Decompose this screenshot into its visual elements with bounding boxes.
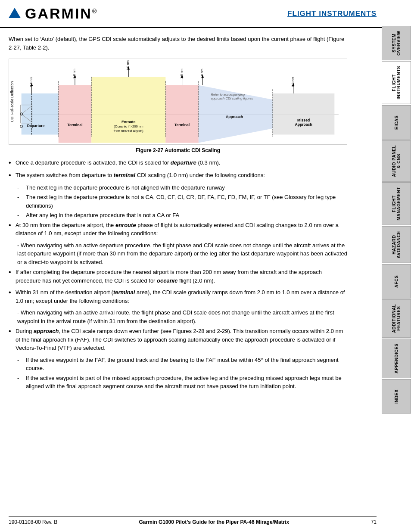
bullet-item-1: • Once a departure procedure is activate… — [9, 159, 347, 168]
svg-text:0.3 nm: 0.3 nm — [291, 77, 295, 87]
svg-text:from nearest airport): from nearest airport) — [114, 129, 144, 133]
bullet-item-4: • If after completing the departure proc… — [9, 268, 347, 285]
svg-text:CDI Full-scale Deflection: CDI Full-scale Deflection — [10, 81, 14, 122]
svg-text:Terminal: Terminal — [174, 123, 190, 127]
footer-center: Garmin G1000 Pilot’s Guide for the Piper… — [139, 519, 290, 525]
sidebar-item-eicas[interactable]: EICAS — [382, 105, 411, 140]
svg-text:Enroute: Enroute — [121, 120, 136, 124]
sub-text: After any leg in the departure procedure… — [26, 211, 179, 220]
cdi-diagram-svg: CDI Full-scale Deflection — [9, 59, 347, 144]
svg-text:(Oceanic if >200 nm: (Oceanic if >200 nm — [114, 124, 143, 128]
sub-dash: - — [17, 193, 26, 210]
sub-item-2-2: - The next leg in the departure procedur… — [17, 193, 347, 210]
main-content: When set to ‘Auto’ (default), the GPS CD… — [0, 28, 382, 399]
intro-paragraph: When set to ‘Auto’ (default), the GPS CD… — [9, 35, 347, 52]
sub-text: The next leg in the departure procedure … — [26, 193, 347, 210]
svg-rect-11 — [273, 93, 334, 135]
page-title: FLIGHT INSTRUMENTS — [287, 9, 377, 18]
svg-text:1.0 nm: 1.0 nm — [180, 68, 184, 78]
diagram-caption: Figure 2-27 Automatic CDI Scaling — [9, 147, 347, 153]
bullet-dot-6: • — [9, 327, 16, 352]
bullet-dot-3: • — [9, 221, 16, 238]
footer-left: 190-01108-00 Rev. B — [9, 519, 57, 525]
bullet-dot-2: • — [9, 171, 16, 180]
svg-text:1.0 nm: 1.0 nm — [72, 68, 76, 78]
sub-dash: - — [17, 211, 26, 220]
svg-text:Refer to accompanying: Refer to accompanying — [211, 93, 245, 96]
sidebar-item-hazard-avoidance[interactable]: HAZARDAVOIDANCE — [382, 226, 411, 263]
bullet-dot-4: • — [9, 268, 16, 285]
svg-rect-7 — [59, 85, 91, 143]
bullet-text-4: If after completing the departure proced… — [16, 268, 347, 285]
sub-dash: - — [17, 374, 26, 391]
bullet-item-6: • During approach, the CDI scale ramps d… — [9, 327, 347, 352]
bullet-item-3: • At 30 nm from the departure airport, t… — [9, 221, 347, 238]
sidebar-item-flight-instruments[interactable]: FLIGHTINSTRUMENTS — [382, 61, 411, 104]
sub-dash: - — [17, 356, 26, 373]
page-header: GARMIN® FLIGHT INSTRUMENTS — [0, 0, 411, 28]
logo-triangle-icon — [9, 8, 21, 18]
logo-text: GARMIN® — [25, 5, 98, 22]
indent-para-3: - When navigating with an active departu… — [17, 241, 347, 267]
bullet-text-3: At 30 nm from the departure airport, the… — [16, 221, 347, 238]
svg-text:2.0 nm: 2.0 nm — [126, 60, 130, 70]
sub-text: The next leg in the departure procedure … — [26, 184, 225, 192]
bullet-text-5: Within 31 nm of the destination airport … — [16, 288, 347, 305]
sub-text: If the active waypoint is part of the mi… — [26, 374, 347, 391]
logo: GARMIN® — [9, 5, 98, 22]
sidebar: SYSTEMOVERVIEW FLIGHTINSTRUMENTS EICAS A… — [382, 26, 411, 414]
sidebar-item-afcs[interactable]: AFCS — [382, 264, 411, 299]
sub-item-6-1: - If the active waypoint is the FAF, the… — [17, 356, 347, 373]
svg-text:1.0 nm: 1.0 nm — [200, 68, 204, 78]
content-section: • Once a departure procedure is activate… — [9, 159, 347, 391]
svg-rect-2 — [22, 93, 59, 135]
bullet-dot-5: • — [9, 288, 16, 305]
svg-text:approach CDI scaling figures: approach CDI scaling figures — [211, 96, 253, 100]
bullet-text-2: The system switches from departure to te… — [16, 171, 347, 180]
svg-rect-9 — [165, 85, 198, 143]
svg-text:Departure: Departure — [27, 124, 45, 128]
svg-text:0.3 nm: 0.3 nm — [29, 77, 33, 87]
indent-para-5: - When navigating with an active arrival… — [17, 308, 347, 325]
svg-text:Approach: Approach — [295, 122, 312, 127]
sidebar-item-appendices[interactable]: APPENDICES — [382, 339, 411, 378]
cdi-diagram: CDI Full-scale Deflection — [9, 59, 347, 145]
svg-rect-8 — [91, 77, 165, 143]
footer-right: 71 — [371, 519, 377, 525]
bullet-item-5: • Within 31 nm of the destination airpor… — [9, 288, 347, 305]
bullet-text-1: Once a departure procedure is activated,… — [16, 159, 347, 168]
page-footer: 190-01108-00 Rev. B Garmin G1000 Pilot’s… — [9, 516, 377, 525]
bullet-dot-1: • — [9, 159, 16, 168]
sidebar-item-flight-management[interactable]: FLIGHTMANAGEMENT — [382, 182, 411, 225]
sub-item-2-1: - The next leg in the departure procedur… — [17, 184, 347, 192]
sub-item-6-2: - If the active waypoint is part of the … — [17, 374, 347, 391]
bullet-text-6: During approach, the CDI scale ramps dow… — [16, 327, 347, 352]
sub-dash: - — [17, 184, 26, 192]
sidebar-item-additional-features[interactable]: ADDITIONALFEATURES — [382, 299, 411, 338]
svg-text:Approach: Approach — [226, 115, 243, 119]
sub-text: If the active waypoint is the FAF, the g… — [26, 356, 347, 373]
sidebar-item-index[interactable]: INDEX — [382, 379, 411, 414]
svg-text:Terminal: Terminal — [67, 123, 82, 127]
sidebar-item-system-overview[interactable]: SYSTEMOVERVIEW — [382, 26, 411, 60]
svg-text:Missed: Missed — [297, 118, 310, 122]
bullet-item-2: • The system switches from departure to … — [9, 171, 347, 180]
sub-item-2-3: - After any leg in the departure procedu… — [17, 211, 347, 220]
sidebar-item-audio-panel[interactable]: AUDIO PANEL& CNS — [382, 140, 411, 182]
